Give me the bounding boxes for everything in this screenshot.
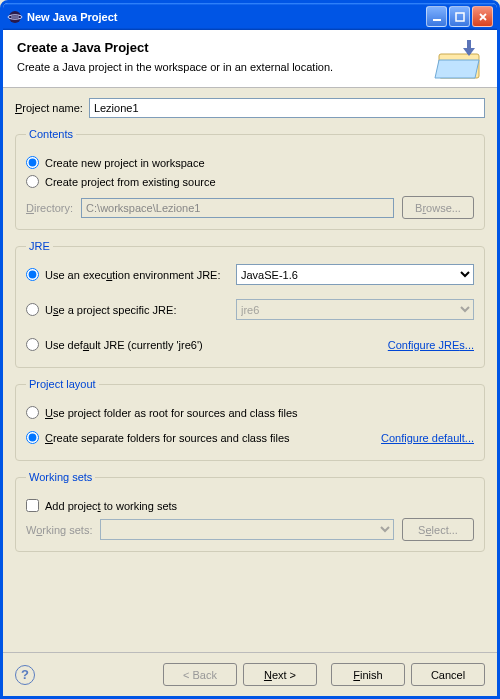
create-in-workspace-radio[interactable] — [26, 156, 39, 169]
create-in-workspace-label: Create new project in workspace — [45, 157, 205, 169]
create-from-existing-label: Create project from existing source — [45, 176, 216, 188]
titlebar: New Java Project — [3, 3, 497, 30]
banner-subtitle: Create a Java project in the workspace o… — [17, 61, 333, 73]
jre-group: JRE Use an execution environment JRE: Ja… — [15, 240, 485, 368]
cancel-button[interactable]: Cancel — [411, 663, 485, 686]
project-jre-label: Use a project specific JRE: — [45, 304, 176, 316]
contents-group: Contents Create new project in workspace… — [15, 128, 485, 230]
separate-folders-radio[interactable] — [26, 431, 39, 444]
directory-label: Directory: — [26, 202, 73, 214]
working-sets-label: Working sets: — [26, 524, 92, 536]
eclipse-icon — [7, 9, 23, 25]
configure-default-link[interactable]: Configure default... — [381, 432, 474, 444]
project-name-label: Project name: — [15, 102, 83, 114]
add-working-set-checkbox[interactable] — [26, 499, 39, 512]
browse-button: Browse... — [402, 196, 474, 219]
svg-rect-2 — [433, 19, 441, 21]
working-sets-group: Working sets Add project to working sets… — [15, 471, 485, 552]
create-from-existing-radio[interactable] — [26, 175, 39, 188]
svg-rect-3 — [456, 13, 464, 21]
project-jre-select: jre6 — [236, 299, 474, 320]
finish-button[interactable]: Finish — [331, 663, 405, 686]
use-project-root-radio[interactable] — [26, 406, 39, 419]
select-working-set-button: Select... — [402, 518, 474, 541]
next-button[interactable]: Next > — [243, 663, 317, 686]
project-jre-radio[interactable] — [26, 303, 39, 316]
add-working-set-label: Add project to working sets — [45, 500, 177, 512]
default-jre-radio[interactable] — [26, 338, 39, 351]
project-name-input[interactable] — [89, 98, 485, 118]
help-icon[interactable]: ? — [15, 665, 35, 685]
banner: Create a Java Project Create a Java proj… — [3, 30, 497, 87]
working-sets-legend: Working sets — [26, 471, 95, 483]
close-button[interactable] — [472, 6, 493, 27]
minimize-button[interactable] — [426, 6, 447, 27]
layout-legend: Project layout — [26, 378, 99, 390]
window-title: New Java Project — [27, 11, 118, 23]
back-button: < Back — [163, 663, 237, 686]
working-sets-select — [100, 519, 394, 540]
separate-folders-label: Create separate folders for sources and … — [45, 432, 290, 444]
exec-env-select[interactable]: JavaSE-1.6 — [236, 264, 474, 285]
layout-group: Project layout Use project folder as roo… — [15, 378, 485, 461]
banner-title: Create a Java Project — [17, 40, 333, 55]
use-project-root-label: Use project folder as root for sources a… — [45, 407, 298, 419]
directory-input — [81, 198, 394, 218]
maximize-button[interactable] — [449, 6, 470, 27]
jre-legend: JRE — [26, 240, 53, 252]
exec-env-label: Use an execution environment JRE: — [45, 269, 221, 281]
configure-jres-link[interactable]: Configure JREs... — [236, 339, 474, 351]
exec-env-radio[interactable] — [26, 268, 39, 281]
button-bar: ? < Back Next > Finish Cancel — [3, 652, 497, 696]
content-area: Project name: Contents Create new projec… — [3, 88, 497, 552]
folder-wizard-icon — [433, 38, 485, 86]
contents-legend: Contents — [26, 128, 76, 140]
default-jre-label: Use default JRE (currently 'jre6') — [45, 339, 203, 351]
